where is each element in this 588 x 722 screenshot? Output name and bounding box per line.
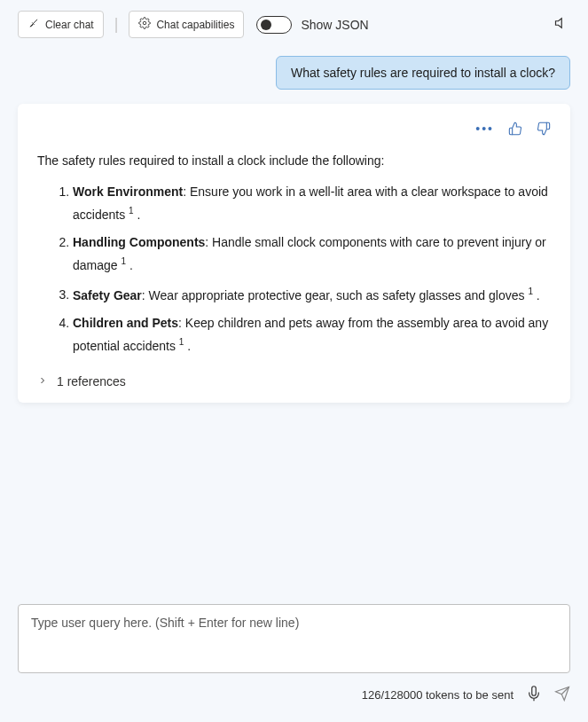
assistant-message-card: ••• The safety rules required to install…	[18, 104, 570, 403]
clear-chat-label: Clear chat	[45, 19, 94, 31]
item-title: Safety Gear	[73, 287, 142, 302]
user-input[interactable]	[18, 604, 570, 673]
toggle-knob	[261, 20, 271, 30]
card-actions: •••	[37, 122, 551, 139]
references-toggle[interactable]: 1 references	[37, 374, 551, 388]
item-title: Children and Pets	[73, 316, 178, 330]
toolbar: Clear chat | Chat capabilities Show JSON	[0, 0, 588, 49]
more-icon[interactable]: •••	[475, 122, 494, 139]
thumbs-up-icon[interactable]	[508, 122, 522, 139]
list-item: Safety Gear: Wear appropriate protective…	[73, 284, 551, 306]
item-text: : Wear appropriate protective gear, such…	[142, 287, 525, 302]
show-json-toggle-wrap: Show JSON	[256, 16, 368, 34]
svg-marker-1	[556, 18, 562, 27]
citation-ref[interactable]: 1	[121, 256, 126, 266]
item-title: Work Environment	[73, 184, 183, 199]
user-message-bubble: What safety rules are required to instal…	[276, 56, 570, 90]
broom-icon	[27, 17, 40, 32]
svg-point-0	[144, 21, 147, 25]
input-footer: 126/128000 tokens to be sent	[18, 686, 570, 704]
token-status: 126/128000 tokens to be sent	[362, 688, 514, 702]
chat-capabilities-button[interactable]: Chat capabilities	[129, 11, 244, 38]
chevron-right-icon	[37, 374, 48, 388]
microphone-icon[interactable]	[526, 686, 542, 704]
chat-capabilities-label: Chat capabilities	[156, 19, 234, 31]
references-label: 1 references	[57, 374, 126, 388]
assistant-intro-text: The safety rules required to install a c…	[37, 153, 551, 168]
speaker-icon[interactable]	[554, 15, 570, 35]
send-icon[interactable]	[554, 686, 570, 704]
citation-ref[interactable]: 1	[179, 337, 184, 347]
gear-icon	[138, 17, 151, 32]
citation-ref[interactable]: 1	[129, 206, 134, 216]
list-item: Handling Components: Handle small clock …	[73, 232, 551, 276]
list-item: Children and Pets: Keep children and pet…	[73, 313, 551, 357]
list-item: Work Environment: Ensure you work in a w…	[73, 182, 551, 225]
chat-area: What safety rules are required to instal…	[0, 49, 588, 403]
citation-ref[interactable]: 1	[528, 286, 533, 296]
clear-chat-button[interactable]: Clear chat	[18, 11, 104, 38]
show-json-toggle[interactable]	[256, 16, 292, 34]
thumbs-down-icon[interactable]	[537, 122, 551, 139]
user-message-text: What safety rules are required to instal…	[291, 66, 555, 80]
input-area: 126/128000 tokens to be sent	[18, 604, 570, 704]
toolbar-divider: |	[114, 15, 119, 34]
item-title: Handling Components	[73, 235, 205, 249]
rules-list: Work Environment: Ensure you work in a w…	[37, 182, 551, 357]
show-json-label: Show JSON	[301, 18, 368, 32]
